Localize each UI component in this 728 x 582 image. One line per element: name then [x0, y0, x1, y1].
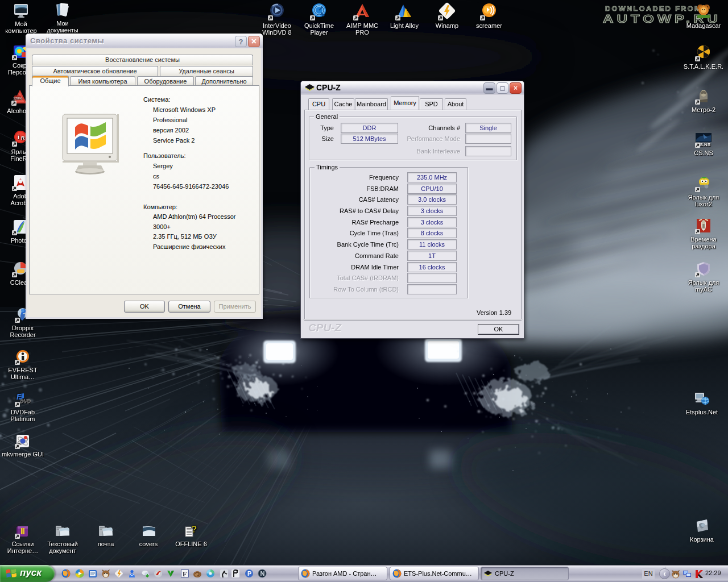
svg-text:F: F: [183, 570, 187, 578]
svg-text:120%: 120%: [13, 97, 22, 100]
svg-text:P: P: [247, 570, 251, 577]
svg-text:R: R: [21, 135, 25, 141]
svg-text:DVD: DVD: [20, 398, 31, 404]
svg-text:N: N: [260, 570, 265, 577]
svg-text:?: ?: [191, 524, 197, 535]
svg-text:i: i: [18, 134, 19, 140]
